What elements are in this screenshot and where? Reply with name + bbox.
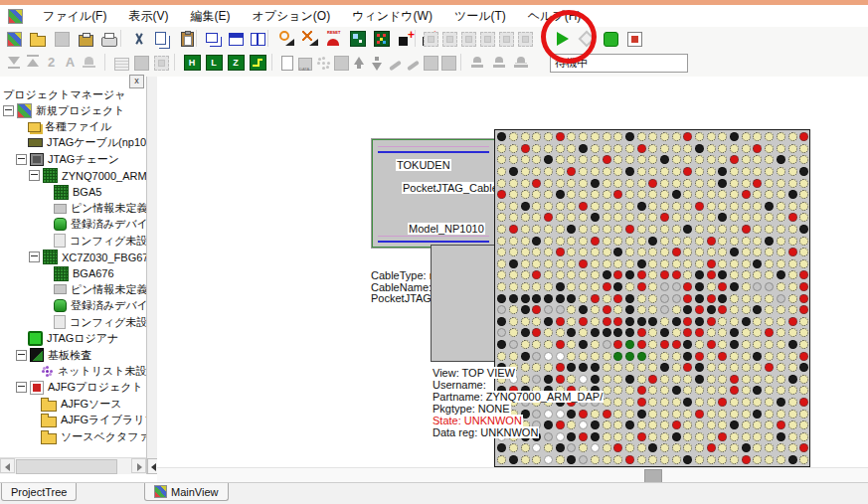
bga-pin[interactable]: [521, 213, 530, 222]
bga-pin[interactable]: [603, 340, 611, 349]
bga-pin[interactable]: [648, 282, 657, 291]
menu-item-4[interactable]: オプション(O): [252, 8, 330, 25]
bga-pin[interactable]: [695, 248, 704, 256]
bga-pin[interactable]: [683, 410, 692, 419]
bga-pin[interactable]: [788, 420, 797, 429]
bga-pin[interactable]: [695, 282, 704, 291]
bga-pin[interactable]: [544, 144, 553, 153]
tree-item[interactable]: 登録済みデバイ: [0, 298, 146, 314]
bga-pin[interactable]: [497, 443, 506, 452]
bga-pin[interactable]: [625, 410, 634, 419]
bga-pin[interactable]: [648, 375, 657, 384]
bga-pin[interactable]: [777, 282, 785, 291]
tree-collapse-icon[interactable]: [16, 154, 27, 165]
bga-pin[interactable]: [521, 443, 530, 452]
bga-pin[interactable]: [672, 305, 681, 314]
bga-pin[interactable]: [718, 363, 727, 372]
bga-pin[interactable]: [683, 237, 692, 246]
bga-pin[interactable]: [521, 317, 530, 326]
set-z-button[interactable]: Z: [225, 52, 247, 74]
bga-pin[interactable]: [777, 432, 785, 441]
bga-pin[interactable]: [707, 259, 716, 268]
bga-pin[interactable]: [695, 420, 704, 429]
bga-pin[interactable]: [777, 167, 785, 176]
bga-pin[interactable]: [603, 155, 611, 164]
bga-pin[interactable]: [544, 270, 553, 279]
bga-pin[interactable]: [648, 179, 657, 188]
bga-pin[interactable]: [625, 375, 634, 384]
bga-pin[interactable]: [613, 155, 622, 164]
bga-pin[interactable]: [509, 455, 518, 464]
bga-pin[interactable]: [660, 398, 669, 407]
bga-pin[interactable]: [625, 167, 634, 176]
bga-pin[interactable]: [556, 455, 565, 464]
bga-pin[interactable]: [579, 190, 588, 199]
bga-pin[interactable]: [532, 225, 541, 234]
bga-pin[interactable]: [718, 386, 727, 395]
menu-item-3[interactable]: 編集(E): [190, 8, 230, 25]
bga-pin[interactable]: [532, 167, 541, 176]
bga-pin[interactable]: [567, 270, 576, 279]
bga-pin[interactable]: [603, 455, 611, 464]
bga-pin[interactable]: [556, 179, 565, 188]
bga-pin[interactable]: [788, 398, 797, 407]
bga-pin[interactable]: [718, 317, 727, 326]
bga-pin[interactable]: [730, 432, 739, 441]
bga-pin[interactable]: [625, 432, 634, 441]
bga-pin[interactable]: [730, 132, 739, 141]
bga-pin[interactable]: [672, 340, 681, 349]
bga-pin[interactable]: [637, 225, 646, 234]
bga-pin[interactable]: [730, 294, 739, 303]
bga-pin[interactable]: [683, 328, 692, 337]
cascade-windows-button[interactable]: [203, 28, 225, 50]
bga-pin[interactable]: [613, 179, 622, 188]
bga-pin[interactable]: [625, 398, 634, 407]
bga-pin[interactable]: [707, 167, 716, 176]
bga-pin[interactable]: [683, 294, 692, 303]
vector-a-button[interactable]: A: [61, 52, 80, 74]
bga-pin[interactable]: [509, 144, 518, 153]
bga-pin[interactable]: [695, 167, 704, 176]
bga-pin[interactable]: [509, 132, 518, 141]
bga-pin[interactable]: [532, 270, 541, 279]
bga-pin[interactable]: [718, 352, 727, 361]
bga-pin[interactable]: [625, 132, 634, 141]
bga-pin[interactable]: [718, 202, 727, 211]
bga-pin[interactable]: [707, 144, 716, 153]
bga-pin[interactable]: [683, 270, 692, 279]
bga-pin[interactable]: [730, 363, 739, 372]
bga-pin[interactable]: [695, 410, 704, 419]
bga-pin[interactable]: [718, 420, 727, 429]
bga-pin[interactable]: [579, 225, 588, 234]
bga-pin[interactable]: [799, 420, 808, 429]
bga-pin[interactable]: [603, 305, 611, 314]
bga-pin[interactable]: [579, 179, 588, 188]
bga-pin[interactable]: [683, 455, 692, 464]
bga-pin[interactable]: [765, 190, 774, 199]
bga-pin[interactable]: [788, 144, 797, 153]
bga-pin[interactable]: [497, 455, 506, 464]
bga-pin[interactable]: [556, 237, 565, 246]
bga-pin[interactable]: [591, 340, 600, 349]
bga-pin[interactable]: [742, 144, 751, 153]
bga-pin[interactable]: [788, 282, 797, 291]
tree-collapse-icon[interactable]: [29, 252, 40, 262]
bga-pin[interactable]: [613, 144, 622, 153]
bga-pin[interactable]: [637, 237, 646, 246]
bga-pin[interactable]: [799, 237, 808, 246]
bga-pin[interactable]: [695, 213, 704, 222]
bga-pin[interactable]: [603, 282, 611, 291]
bga-pin[interactable]: [672, 375, 681, 384]
bga-pin[interactable]: [672, 352, 681, 361]
bga-pin[interactable]: [625, 363, 634, 372]
bga-pin[interactable]: [753, 155, 762, 164]
bga-pin[interactable]: [742, 398, 751, 407]
bga-pin[interactable]: [567, 155, 576, 164]
bga-pin[interactable]: [695, 202, 704, 211]
bga-pin[interactable]: [799, 190, 808, 199]
bga-pin[interactable]: [625, 202, 634, 211]
bga-pin[interactable]: [567, 455, 576, 464]
bga-pin[interactable]: [707, 398, 716, 407]
bga-pin[interactable]: [683, 167, 692, 176]
bga-pin[interactable]: [683, 190, 692, 199]
